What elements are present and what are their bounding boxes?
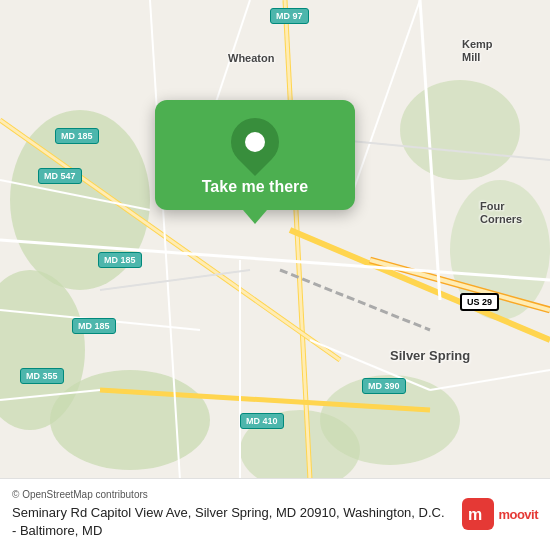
moovit-icon: m <box>462 498 494 530</box>
address-text: Seminary Rd Capitol View Ave, Silver Spr… <box>12 504 452 540</box>
shield-md547: MD 547 <box>38 168 82 184</box>
shield-md97: MD 97 <box>270 8 309 24</box>
shield-md390: MD 390 <box>362 378 406 394</box>
svg-point-5 <box>400 80 520 180</box>
label-four-corners: FourCorners <box>480 200 522 226</box>
popup-card[interactable]: Take me there <box>155 100 355 210</box>
moovit-logo[interactable]: m moovit <box>462 498 538 530</box>
moovit-m-svg: m <box>467 503 489 525</box>
moovit-text: moovit <box>498 507 538 522</box>
shield-md355: MD 355 <box>20 368 64 384</box>
shield-md410: MD 410 <box>240 413 284 429</box>
osm-attribution: © OpenStreetMap contributors <box>12 489 452 500</box>
svg-text:m: m <box>468 506 482 523</box>
take-me-there-button[interactable]: Take me there <box>202 178 308 196</box>
svg-point-3 <box>50 370 210 470</box>
popup-arrow <box>243 210 267 224</box>
label-kemp-mill: KempMill <box>462 38 493 64</box>
bottom-bar-left: © OpenStreetMap contributors Seminary Rd… <box>12 489 452 540</box>
shield-us29: US 29 <box>460 293 499 311</box>
pin-inner <box>245 132 265 152</box>
map-svg <box>0 0 550 480</box>
shield-md185-mid: MD 185 <box>98 252 142 268</box>
shield-md185-upper: MD 185 <box>55 128 99 144</box>
bottom-bar: © OpenStreetMap contributors Seminary Rd… <box>0 478 550 550</box>
location-pin-icon <box>221 108 289 176</box>
label-silver-spring: Silver Spring <box>390 348 470 363</box>
map-container: MD 97 MD 185 MD 547 MD 185 MD 185 MD 355… <box>0 0 550 550</box>
osm-copyright: © OpenStreetMap contributors <box>12 489 148 500</box>
label-wheaton: Wheaton <box>228 52 274 64</box>
shield-md185-lower: MD 185 <box>72 318 116 334</box>
